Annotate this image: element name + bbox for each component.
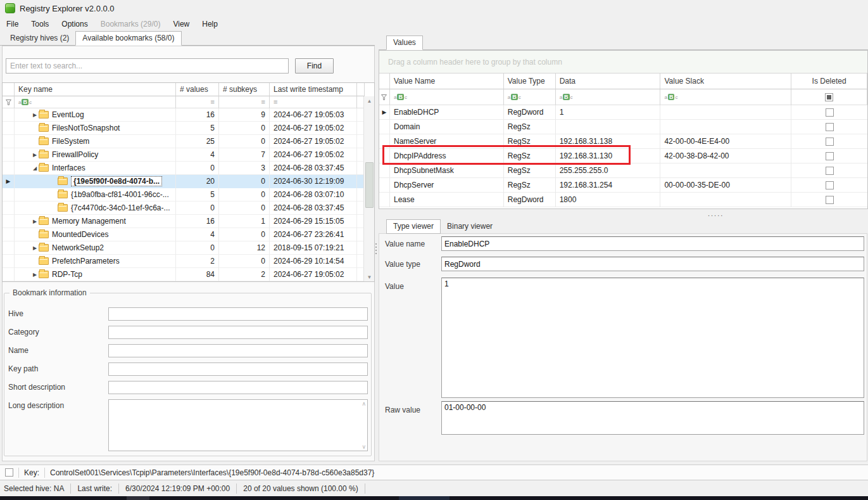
scroll-up-icon[interactable]: ▲ (364, 96, 375, 106)
filter-funnel-icon (381, 94, 387, 100)
value-row-dhcpserver[interactable]: DhcpServer RegSz 192.168.31.254 00-00-00… (379, 178, 867, 193)
tree-row-guid-3[interactable]: ▶{7c4470dc-34c0-11ef-9c6a-... 0 0 2024-0… (3, 202, 374, 215)
equals-filter-icon: = (261, 98, 265, 106)
tree-row-guid-2[interactable]: ▶{1b9a0fba-cf81-4001-96cc-... 5 0 2024-0… (3, 188, 374, 202)
expander-icon[interactable]: ▶ (31, 152, 39, 158)
scrollbar-thumb[interactable] (365, 162, 374, 208)
name-label: Name (8, 344, 108, 357)
tab-registry-hives[interactable]: Registry hives (2) (4, 32, 75, 45)
value-row-lease[interactable]: Lease RegDword 1800 (379, 193, 867, 207)
expander-icon[interactable]: ▶ (31, 112, 39, 118)
key-path-field[interactable] (108, 362, 368, 376)
col-value-slack[interactable]: Value Slack (660, 74, 791, 89)
group-by-panel[interactable]: Drag a column header here to group by th… (379, 51, 867, 74)
tab-available-bookmarks[interactable]: Available bookmarks (58/0) (75, 31, 181, 46)
long-description-label: Long description (8, 399, 108, 451)
col-last-write[interactable]: Last write timestamp (270, 83, 357, 96)
is-deleted-checkbox[interactable] (826, 167, 834, 175)
tree-row-filesnottosnapshot[interactable]: ▶FilesNotToSnapshot 5 0 2024-06-27 19:05… (3, 122, 374, 135)
menu-help[interactable]: Help (201, 18, 219, 30)
tree-row-networksetup2[interactable]: ▶NetworkSetup2 0 12 2018-09-15 07:19:21 (3, 241, 374, 255)
value-row-dhcpsubnetmask[interactable]: DhcpSubnetMask RegSz 255.255.255.0 (379, 163, 867, 178)
search-input[interactable] (6, 58, 289, 74)
abc-filter-icon: aBc (18, 99, 32, 105)
col-value-name[interactable]: Value Name (390, 74, 504, 89)
menu-bar: File Tools Options Bookmarks (29/0) View… (0, 16, 868, 32)
expander-icon[interactable]: ▶ (31, 272, 39, 278)
category-label: Category (8, 326, 108, 339)
menu-bookmarks[interactable]: Bookmarks (29/0) (99, 18, 162, 30)
tree-row-memory-management[interactable]: ▶Memory Management 16 1 2024-06-29 15:15… (3, 215, 374, 228)
value-row-nameserver[interactable]: NameServer RegSz 192.168.31.138 42-00-00… (379, 134, 867, 149)
tree-row-guid-selected[interactable]: ▶ ▶{19e5f90f-0e8d-4074-b... 20 0 2024-06… (3, 175, 374, 188)
menu-options[interactable]: Options (60, 18, 89, 30)
menu-view[interactable]: View (172, 18, 191, 30)
short-description-label: Short description (8, 381, 108, 394)
value-row-dhcpipaddress[interactable]: DhcpIPAddress RegSz 192.168.31.130 42-00… (379, 149, 867, 163)
is-deleted-checkbox[interactable] (826, 152, 834, 160)
tree-row-rdp-tcp[interactable]: ▶RDP-Tcp 84 2 2024-06-27 19:05:02 (3, 268, 374, 281)
key-bar: Key: ControlSet001\Services\Tcpip\Parame… (0, 465, 868, 480)
is-deleted-checkbox[interactable] (826, 108, 834, 117)
is-deleted-filter-checkbox[interactable] (825, 93, 833, 101)
value-field[interactable]: 1 (441, 278, 864, 398)
menu-file[interactable]: File (5, 18, 20, 30)
tree-row-mounteddevices[interactable]: ▶MountedDevices 4 0 2024-06-27 23:26:41 (3, 228, 374, 241)
key-name: Interfaces (52, 163, 85, 172)
abc-filter-icon: aBc (560, 94, 573, 100)
value-type-field[interactable] (441, 257, 864, 271)
tab-binary-viewer[interactable]: Binary viewer (441, 220, 499, 233)
find-button[interactable]: Find (295, 58, 334, 74)
col-value-type[interactable]: Value Type (504, 74, 556, 89)
menu-tools[interactable]: Tools (30, 18, 50, 30)
expander-icon[interactable]: ▶ (31, 245, 39, 251)
tab-type-viewer[interactable]: Type viewer (386, 219, 441, 234)
short-description-field[interactable] (108, 381, 368, 394)
scroll-down-icon[interactable]: ▼ (364, 272, 375, 282)
tree-scrollbar[interactable]: ▲ ▼ (363, 96, 374, 282)
col-num-values[interactable]: # values (176, 83, 219, 96)
expander-icon[interactable]: ▶ (31, 219, 39, 224)
equals-filter-icon: = (274, 98, 277, 106)
is-deleted-checkbox[interactable] (826, 196, 834, 204)
col-data[interactable]: Data (556, 74, 661, 89)
abc-filter-icon: aBc (664, 94, 677, 100)
is-deleted-checkbox[interactable] (826, 123, 834, 131)
horizontal-splitter-grip[interactable]: ..... (708, 211, 724, 216)
tree-row-prefetchparameters[interactable]: ▶PrefetchParameters 2 0 2024-06-29 10:14… (3, 255, 374, 268)
col-num-subkeys[interactable]: # subkeys (219, 83, 270, 96)
hive-field[interactable] (108, 307, 368, 321)
tree-row-filesystem[interactable]: ▶FileSystem 25 0 2024-06-27 19:05:02 (3, 135, 374, 148)
bookmark-information-group: Bookmark information Hive Category Name … (4, 293, 372, 456)
folder-icon (39, 271, 49, 278)
current-row-arrow-icon: ▶ (6, 178, 11, 184)
is-deleted-checkbox[interactable] (826, 181, 834, 189)
value-row-domain[interactable]: Domain RegSz (379, 120, 867, 134)
tree-row-eventlog[interactable]: ▶EventLog 16 9 2024-06-27 19:05:03 (3, 108, 374, 122)
hive-label: Hive (8, 307, 108, 321)
long-description-field[interactable]: ∧∨ (108, 399, 368, 451)
key-bar-checkbox[interactable] (5, 468, 13, 477)
values-header-row: Value Name Value Type Data Value Slack I… (379, 74, 867, 89)
splitter-grip[interactable] (375, 243, 377, 254)
col-is-deleted[interactable]: Is Deleted (791, 74, 867, 89)
col-key-name[interactable]: Key name (15, 83, 176, 96)
scroll-up-icon: ∧ (362, 401, 366, 407)
tree-row-firewallpolicy[interactable]: ▶FirewallPolicy 4 7 2024-06-27 19:05:02 (3, 148, 374, 162)
key-name: FilesNotToSnapshot (52, 124, 120, 132)
value-row-enabledhcp[interactable]: ▶ EnableDHCP RegDword 1 (379, 105, 867, 120)
values-filter-row: aBc aBc aBc aBc (379, 89, 867, 105)
value-name-field[interactable] (441, 236, 864, 251)
expander-expanded-icon[interactable]: ◢ (31, 165, 39, 171)
folder-icon (39, 151, 49, 158)
category-field[interactable] (108, 326, 368, 339)
tree-row-interfaces[interactable]: ◢Interfaces 0 3 2024-06-28 03:37:45 (3, 162, 374, 175)
last-write-label: Last write: (77, 484, 112, 493)
tab-values[interactable]: Values (386, 35, 423, 50)
is-deleted-checkbox[interactable] (826, 138, 834, 146)
name-field[interactable] (108, 344, 368, 357)
group-title: Bookmark information (9, 288, 90, 297)
key-name: NetworkSetup2 (52, 243, 104, 252)
folder-icon (39, 257, 49, 265)
raw-value-field[interactable]: 01-00-00-00 (441, 401, 864, 435)
